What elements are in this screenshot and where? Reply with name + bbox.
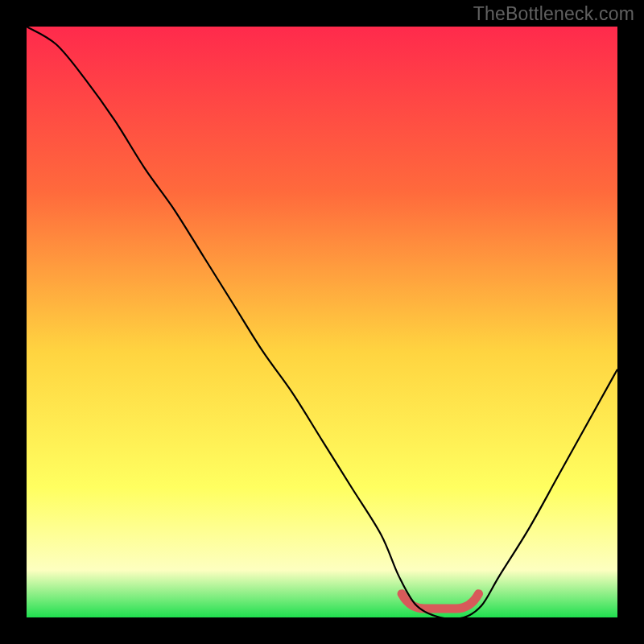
watermark-text: TheBottleneck.com (473, 3, 634, 25)
bottleneck-chart (27, 27, 617, 617)
chart-svg (27, 27, 617, 617)
